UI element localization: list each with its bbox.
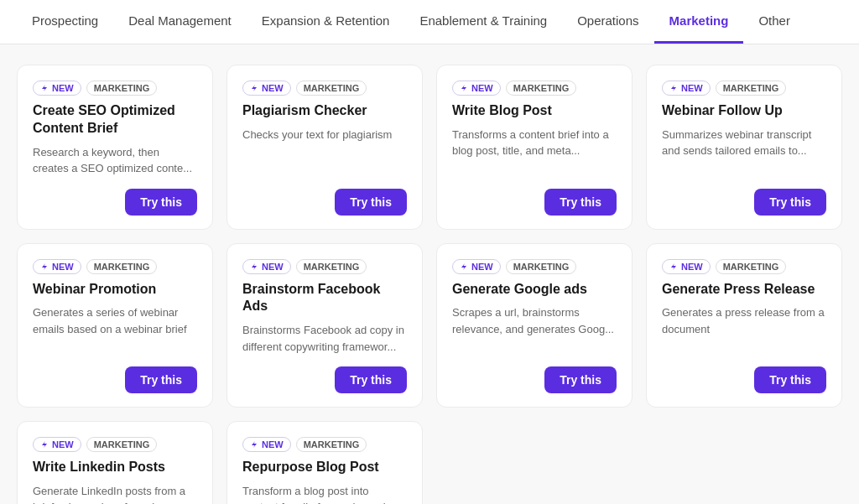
badge-new: NEW bbox=[33, 437, 81, 452]
nav-item-deal-management[interactable]: Deal Management bbox=[113, 0, 247, 44]
badge-category: MARKETING bbox=[296, 437, 367, 452]
badge-category: MARKETING bbox=[506, 259, 577, 274]
lightning-icon bbox=[250, 440, 258, 449]
card-title: Webinar Promotion bbox=[33, 281, 197, 299]
badge-category: MARKETING bbox=[506, 81, 577, 96]
card-desc: Generates a press release from a documen… bbox=[662, 304, 826, 355]
cards-area: NEWMARKETINGCreate SEO Optimized Content… bbox=[0, 44, 859, 504]
badge-category: MARKETING bbox=[296, 81, 367, 96]
lightning-icon bbox=[460, 84, 468, 92]
card-badges: NEWMARKETING bbox=[33, 437, 197, 452]
card-badges: NEWMARKETING bbox=[662, 259, 826, 274]
card-badges: NEWMARKETING bbox=[452, 259, 617, 274]
card-desc: Checks your text for plagiarism bbox=[242, 127, 407, 177]
badge-new: NEW bbox=[452, 259, 501, 274]
nav-item-operations[interactable]: Operations bbox=[562, 0, 653, 44]
card-badges: NEWMARKETING bbox=[242, 437, 407, 452]
card-title: Webinar Follow Up bbox=[662, 102, 826, 120]
try-this-button[interactable]: Try this bbox=[125, 366, 197, 393]
card-7: NEWMARKETINGGenerate Press ReleaseGenera… bbox=[646, 243, 842, 408]
badge-new: NEW bbox=[242, 81, 291, 96]
card-badges: NEWMARKETING bbox=[33, 81, 197, 96]
card-badges: NEWMARKETING bbox=[452, 81, 617, 96]
card-desc: Research a keyword, then creates a SEO o… bbox=[33, 144, 197, 177]
card-5: NEWMARKETINGBrainstorm Facebook AdsBrain… bbox=[226, 243, 423, 408]
badge-category: MARKETING bbox=[86, 437, 158, 452]
badge-category: MARKETING bbox=[716, 81, 787, 96]
lightning-icon bbox=[250, 262, 258, 271]
card-desc: Transforms a content brief into a blog p… bbox=[452, 127, 617, 177]
card-desc: Summarizes webinar transcript and sends … bbox=[662, 127, 826, 177]
card-title: Write Linkedin Posts bbox=[33, 459, 197, 476]
card-badges: NEWMARKETING bbox=[242, 81, 407, 96]
badge-new: NEW bbox=[242, 259, 291, 274]
card-4: NEWMARKETINGWebinar PromotionGenerates a… bbox=[17, 243, 213, 408]
card-desc: Transform a blog post into content for a… bbox=[242, 483, 407, 504]
card-2: NEWMARKETINGWrite Blog PostTransforms a … bbox=[436, 65, 633, 230]
card-9: NEWMARKETINGRepurpose Blog PostTransform… bbox=[226, 421, 423, 504]
main-nav: ProspectingDeal ManagementExpansion & Re… bbox=[0, 0, 859, 44]
card-badges: NEWMARKETING bbox=[662, 81, 826, 96]
badge-new: NEW bbox=[242, 437, 291, 452]
card-title: Create SEO Optimized Content Brief bbox=[33, 102, 197, 138]
badge-new: NEW bbox=[33, 259, 81, 274]
try-this-button[interactable]: Try this bbox=[544, 366, 617, 393]
card-3: NEWMARKETINGWebinar Follow UpSummarizes … bbox=[646, 65, 842, 230]
card-title: Plagiarism Checker bbox=[242, 102, 407, 120]
card-title: Generate Press Release bbox=[662, 281, 826, 299]
try-this-button[interactable]: Try this bbox=[335, 366, 407, 393]
badge-new: NEW bbox=[452, 81, 501, 96]
badge-new: NEW bbox=[33, 81, 81, 96]
card-title: Brainstorm Facebook Ads bbox=[242, 281, 407, 316]
badge-new: NEW bbox=[662, 259, 711, 274]
lightning-icon bbox=[669, 262, 678, 271]
try-this-button[interactable]: Try this bbox=[544, 189, 617, 216]
nav-item-prospecting[interactable]: Prospecting bbox=[17, 0, 113, 44]
try-this-button[interactable]: Try this bbox=[754, 366, 826, 393]
nav-item-other[interactable]: Other bbox=[743, 0, 805, 44]
card-desc: Generates a series of webinar emails bas… bbox=[33, 304, 197, 355]
card-6: NEWMARKETINGGenerate Google adsScrapes a… bbox=[436, 243, 633, 408]
badge-category: MARKETING bbox=[716, 259, 787, 274]
lightning-icon bbox=[40, 262, 49, 271]
card-0: NEWMARKETINGCreate SEO Optimized Content… bbox=[17, 65, 213, 230]
card-desc: Scrapes a url, brainstorms relevance, an… bbox=[452, 304, 617, 355]
badge-category: MARKETING bbox=[86, 259, 158, 274]
card-desc: Brainstorms Facebook ad copy in differen… bbox=[242, 322, 407, 355]
nav-item-expansion--retention[interactable]: Expansion & Retention bbox=[247, 0, 405, 44]
lightning-icon bbox=[40, 440, 49, 449]
card-badges: NEWMARKETING bbox=[242, 259, 407, 274]
card-desc: Generate LinkedIn posts from a brief usi… bbox=[33, 483, 197, 504]
try-this-button[interactable]: Try this bbox=[125, 189, 197, 216]
nav-item-enablement--training[interactable]: Enablement & Training bbox=[404, 0, 562, 44]
card-title: Generate Google ads bbox=[452, 281, 617, 299]
badge-new: NEW bbox=[662, 81, 711, 96]
card-title: Repurpose Blog Post bbox=[242, 459, 407, 476]
card-1: NEWMARKETINGPlagiarism CheckerChecks you… bbox=[226, 65, 423, 230]
try-this-button[interactable]: Try this bbox=[335, 189, 407, 216]
lightning-icon bbox=[669, 84, 678, 92]
badge-category: MARKETING bbox=[296, 259, 367, 274]
badge-category: MARKETING bbox=[86, 81, 158, 96]
try-this-button[interactable]: Try this bbox=[754, 189, 826, 216]
lightning-icon bbox=[250, 84, 258, 92]
card-badges: NEWMARKETING bbox=[33, 259, 197, 274]
card-title: Write Blog Post bbox=[452, 102, 617, 120]
lightning-icon bbox=[40, 84, 49, 92]
card-8: NEWMARKETINGWrite Linkedin PostsGenerate… bbox=[17, 421, 213, 504]
lightning-icon bbox=[460, 262, 468, 271]
nav-item-marketing[interactable]: Marketing bbox=[654, 0, 744, 44]
